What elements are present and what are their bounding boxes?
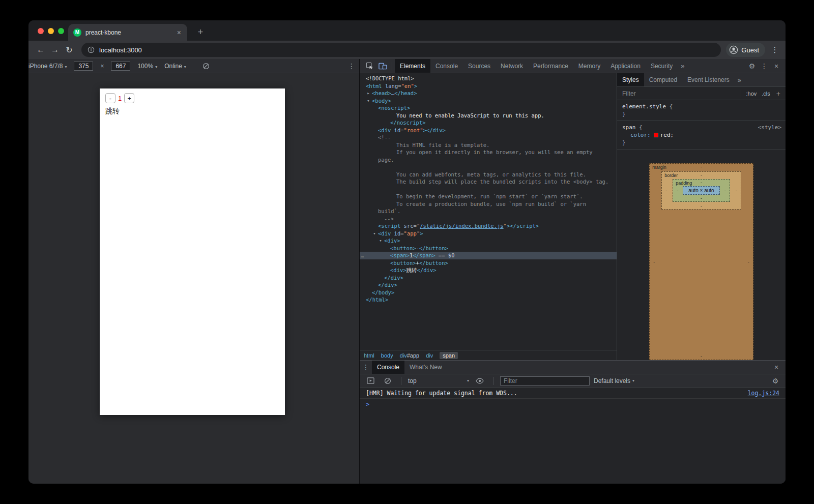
decrement-button[interactable]: - [105,93,115,103]
devtools-menu-icon[interactable]: ⋮ [758,62,770,70]
log-levels-select[interactable]: Default levels▾ [594,377,634,384]
dom-node[interactable]: <button>-</button> [360,245,617,252]
dom-node[interactable]: <html lang="en"> [360,82,617,90]
javascript-context-select[interactable]: top▾ [408,377,469,384]
close-window-button[interactable] [38,28,44,34]
breadcrumb-item-div[interactable]: div#app [400,352,420,359]
jump-link[interactable]: 跳转 [105,107,279,116]
breadcrumb-item-body[interactable]: body [381,352,393,359]
site-info-icon[interactable] [88,46,95,53]
box-model-content[interactable]: auto × auto [683,186,719,195]
dom-node[interactable]: </div> [360,274,617,282]
clear-console-button[interactable] [381,374,394,388]
device-select[interactable]: iPhone 6/7/8▾ [28,63,67,70]
color-swatch[interactable] [654,133,658,137]
breadcrumb-item-div[interactable]: div [426,352,433,359]
box-model-padding[interactable]: padding - - - - auto × auto [673,179,730,202]
tab-console[interactable]: Console [372,361,404,374]
console-filter-input[interactable] [500,376,590,386]
rule-selector[interactable]: element.style [622,103,666,110]
tab-performance[interactable]: Performance [528,59,573,73]
collapse-arrow-icon[interactable]: ▾ [371,230,377,238]
rule-selector[interactable]: span [622,124,636,131]
dom-node[interactable]: page. [360,156,617,164]
dom-node[interactable] [360,186,617,193]
toggle-hover-state-button[interactable]: :hov [746,91,757,97]
dom-node[interactable]: ▾<div id="app"> [360,230,617,238]
styles-more-tabs-button[interactable]: » [735,76,744,84]
device-width-input[interactable] [74,62,93,71]
profile-button[interactable]: Guest [726,43,765,57]
tab-event-listeners[interactable]: Event Listeners [682,73,735,86]
drawer-menu-icon[interactable]: ⋮ [360,363,372,371]
css-property-name[interactable]: color: [630,132,651,138]
css-property-value[interactable]: red; [660,132,674,138]
tab-console[interactable]: Console [430,59,463,73]
dom-node[interactable]: ▾<div> [360,237,617,245]
new-tab-button[interactable]: + [194,26,207,39]
dom-node[interactable]: <noscript> [360,104,617,112]
devtools-close-icon[interactable]: × [770,62,782,70]
live-expression-button[interactable] [473,374,486,388]
dom-node[interactable]: The build step will place the bundled sc… [360,178,617,186]
dom-node[interactable]: ▸<head>…</head> [360,90,617,97]
tab-close-icon[interactable]: × [176,28,182,37]
box-model-border[interactable]: border - - - - padding - - - [661,171,741,210]
dom-node[interactable]: </div> [360,281,617,289]
breadcrumb-item-html[interactable]: html [364,352,374,359]
dom-node[interactable]: <!DOCTYPE html> [360,75,617,82]
rotate-button[interactable] [202,63,210,70]
dom-node-selected[interactable]: …<span>1</span> == $0 [360,252,617,259]
tab-styles[interactable]: Styles [617,73,644,86]
dom-node[interactable]: <button>+</button> [360,259,617,267]
inspect-element-button[interactable] [363,60,376,73]
dom-node[interactable]: <!-- [360,134,617,141]
dom-node[interactable]: <script src="/static/js/index.bundle.js"… [360,222,617,230]
styles-filter-input[interactable] [621,90,741,98]
rule-source-link[interactable]: <style> [758,124,781,131]
device-height-input[interactable] [111,62,130,71]
dom-node[interactable]: <div>跳转</div> [360,266,617,274]
tab-elements[interactable]: Elements [395,59,430,73]
dom-node[interactable]: build`. [360,207,617,215]
collapse-arrow-icon[interactable]: ▾ [365,97,371,105]
breadcrumb-item-span[interactable]: span [440,352,458,359]
tab-memory[interactable]: Memory [573,59,605,73]
zoom-select[interactable]: 100%▾ [137,63,157,70]
browser-tab[interactable]: M preact-kbone × [68,24,187,41]
toggle-class-button[interactable]: .cls [762,91,770,97]
dom-node[interactable]: </html> [360,296,617,304]
address-bar[interactable]: localhost:3000 [81,43,721,57]
device-toolbar-menu-icon[interactable]: ⋮ [348,62,355,70]
dom-node[interactable]: If you open it directly in the browser, … [360,149,617,156]
dom-node[interactable] [360,163,617,171]
dom-node[interactable]: </noscript> [360,119,617,127]
console-source-link[interactable]: log.js:24 [748,390,779,397]
console-settings-icon[interactable]: ⚙ [769,377,781,385]
devtools-settings-icon[interactable]: ⚙ [746,62,758,70]
tab-application[interactable]: Application [605,59,646,73]
dom-node[interactable]: You need to enable JavaScript to run thi… [360,112,617,120]
new-style-rule-button[interactable]: + [775,90,781,98]
dom-node[interactable]: ▾<body> [360,97,617,105]
tab-security[interactable]: Security [646,59,678,73]
console-prompt[interactable]: > [360,399,786,410]
drawer-close-icon[interactable]: × [770,363,782,371]
back-button[interactable]: ← [34,45,48,54]
box-model-margin[interactable]: margin - - - - border - - - - [649,163,753,360]
tab-computed[interactable]: Computed [644,73,682,86]
dom-node[interactable]: This HTML file is a template. [360,141,617,149]
tab-what-s-new[interactable]: What's New [404,361,447,374]
dom-node[interactable]: </body> [360,289,617,297]
reload-button[interactable]: ↻ [62,45,76,55]
increment-button[interactable]: + [124,93,134,103]
expand-arrow-icon[interactable]: ▸ [365,90,371,97]
dom-node[interactable]: <div id="root"></div> [360,127,617,134]
tab-network[interactable]: Network [496,59,528,73]
throttling-select[interactable]: Online▾ [164,63,186,70]
dom-node[interactable]: --> [360,215,617,223]
browser-menu-icon[interactable]: ⋮ [769,45,780,54]
forward-button[interactable]: → [48,45,62,54]
collapse-arrow-icon[interactable]: ▾ [377,237,384,245]
dom-node[interactable]: To create a production bundle, use `npm … [360,200,617,208]
